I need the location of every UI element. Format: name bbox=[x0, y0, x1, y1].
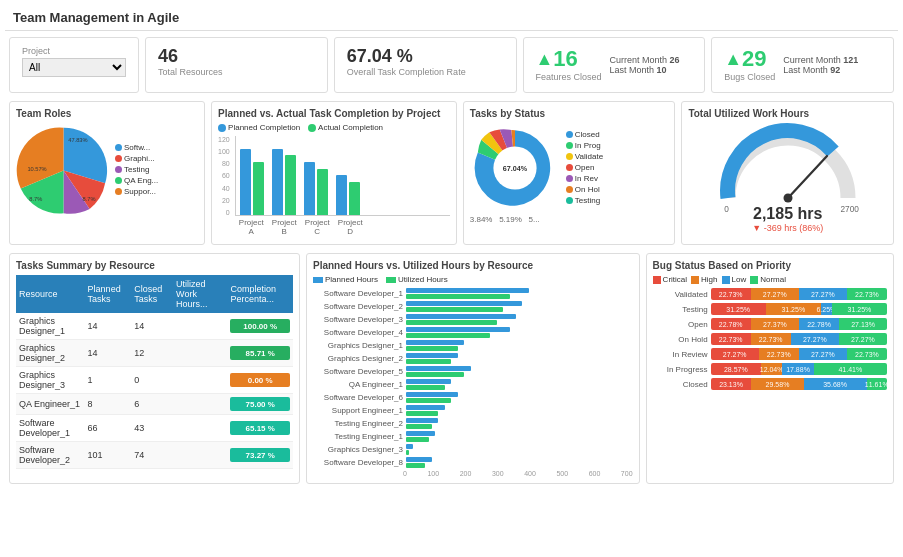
bug-bars-container: Validated 22.73% 27.27% 27.27% 22.73% Te… bbox=[653, 288, 887, 390]
planned-utilized-card: Planned Hours vs. Utilized Hours by Reso… bbox=[306, 253, 640, 484]
features-side-info: Current Month 26 Last Month 10 bbox=[610, 55, 680, 75]
svg-text:8.7%: 8.7% bbox=[29, 196, 42, 202]
table-row: Graphics Designer_2 bbox=[16, 340, 85, 367]
bug-status-card: Bug Status Based on Priority Critical Hi… bbox=[646, 253, 894, 484]
resource-bar-row: Software Developer_4 bbox=[313, 327, 633, 338]
table-row: Software Developer_1 bbox=[16, 415, 85, 442]
project-select[interactable]: All bbox=[22, 58, 126, 77]
bug-status-title: Bug Status Based on Priority bbox=[653, 260, 887, 271]
work-hours-title: Total Utilized Work Hours bbox=[688, 108, 887, 119]
team-roles-legend: Softw... Graphi... Testing QA Eng... Sup… bbox=[115, 143, 158, 198]
bugs-closed-label: Bugs Closed bbox=[724, 72, 775, 82]
bar-group-c bbox=[304, 162, 328, 215]
completion-rate-value: 67.04 % bbox=[347, 46, 504, 67]
col-hours: Utilized Work Hours... bbox=[173, 275, 227, 313]
bar-x-labels: Project A Project B Project C Project D bbox=[235, 216, 450, 238]
svg-text:47.83%: 47.83% bbox=[68, 137, 87, 143]
tasks-status-pct-labels: 3.84% 5.19% 5... bbox=[470, 215, 669, 224]
kpi-row: Project All 46 Total Resources 67.04 % O… bbox=[5, 37, 898, 93]
resource-bar-row: Software Developer_8 bbox=[313, 457, 633, 468]
work-hours-change: ▼ -369 hrs (86%) bbox=[688, 223, 887, 233]
resource-bars-x-labels: 0100200300400500600700 bbox=[313, 470, 633, 477]
resource-bar-row: Software Developer_2 bbox=[313, 301, 633, 312]
svg-text:10.57%: 10.57% bbox=[27, 166, 46, 172]
bar-group-b bbox=[272, 149, 296, 215]
team-roles-pie: 47.83% 10.57% 8.7% 8.7% bbox=[16, 123, 111, 218]
tasks-status-title: Tasks by Status bbox=[470, 108, 669, 119]
team-roles-card: Team Roles bbox=[9, 101, 205, 245]
bugs-side-info: Current Month 121 Last Month 92 bbox=[783, 55, 858, 75]
planned-actual-legend: Planned Completion Actual Completion bbox=[218, 123, 450, 132]
resource-bar-row: Graphics Designer_1 bbox=[313, 340, 633, 351]
tasks-status-card: Tasks by Status bbox=[463, 101, 676, 245]
resource-bar-row: Software Developer_6 bbox=[313, 392, 633, 403]
planned-actual-chart: 120100806040200 bbox=[218, 136, 450, 238]
bug-status-legend: Critical High Low Normal bbox=[653, 275, 887, 284]
col-resource: Resource bbox=[16, 275, 85, 313]
total-resources-card: 46 Total Resources bbox=[145, 37, 328, 93]
hbar-row: Validated 22.73% 27.27% 27.27% 22.73% bbox=[653, 288, 887, 300]
bottom-row: Tasks Summary by Resource Resource Plann… bbox=[5, 253, 898, 484]
total-resources-value: 46 bbox=[158, 46, 315, 67]
page-title: Team Management in Agile bbox=[5, 5, 898, 31]
resource-bars-container: Software Developer_1 Software Developer_… bbox=[313, 288, 633, 468]
bar-group-a bbox=[240, 149, 264, 215]
bugs-arrow-icon: ▲ bbox=[724, 49, 742, 70]
resource-bar-row: Software Developer_1 bbox=[313, 288, 633, 299]
hbar-row: In Review 27.27% 22.73% 27.27% 22.73% bbox=[653, 348, 887, 360]
resource-bar-row: Testing Engineer_2 bbox=[313, 418, 633, 429]
legend-support: Suppor... bbox=[115, 187, 158, 196]
resource-bar-row: Graphics Designer_3 bbox=[313, 444, 633, 455]
team-roles-title: Team Roles bbox=[16, 108, 198, 119]
team-roles-pie-container: 47.83% 10.57% 8.7% 8.7% Softw... Graphi.… bbox=[16, 123, 198, 218]
col-completion: Completion Percenta... bbox=[227, 275, 293, 313]
svg-line-6 bbox=[788, 156, 827, 198]
work-hours-card: Total Utilized Work Hours 0 2700 2,185 h… bbox=[681, 101, 894, 245]
hbar-row: Testing 31.25% 31.25% 6.25% 31.25% bbox=[653, 303, 887, 315]
tasks-status-donut: 67.04% bbox=[470, 123, 560, 213]
tasks-status-donut-container: 67.04% Closed In Prog Validate Open In R… bbox=[470, 123, 669, 213]
svg-text:0: 0 bbox=[724, 205, 729, 214]
resource-bar-row: Testing Engineer_1 bbox=[313, 431, 633, 442]
table-row: Graphics Designer_1 bbox=[16, 313, 85, 340]
gauge-container: 0 2700 2,185 hrs ▼ -369 hrs (86%) bbox=[688, 123, 887, 233]
svg-text:67.04%: 67.04% bbox=[503, 164, 528, 173]
hbar-row: Open 22.78% 27.37% 22.78% 27.13% bbox=[653, 318, 887, 330]
resource-bar-row: Support Engineer_1 bbox=[313, 405, 633, 416]
hbar-row: Closed 23.13% 29.58% 35.68% 11.61% bbox=[653, 378, 887, 390]
legend-software: Softw... bbox=[115, 143, 158, 152]
planned-utilized-legend: Planned Hours Utilized Hours bbox=[313, 275, 633, 284]
page-wrapper: Team Management in Agile Project All 46 … bbox=[0, 0, 903, 557]
features-closed-card: ▲ 16 Features Closed Current Month 26 La… bbox=[523, 37, 706, 93]
svg-point-7 bbox=[783, 194, 792, 203]
table-row: Software Developer_2 bbox=[16, 442, 85, 469]
planned-actual-card: Planned vs. Actual Task Completion by Pr… bbox=[211, 101, 457, 245]
project-filter-card: Project All bbox=[9, 37, 139, 93]
bugs-closed-card: ▲ 29 Bugs Closed Current Month 121 Last … bbox=[711, 37, 894, 93]
legend-qa: QA Eng... bbox=[115, 176, 158, 185]
resource-bar-row: Software Developer_3 bbox=[313, 314, 633, 325]
tasks-summary-table: Resource Planned Tasks Closed Tasks Util… bbox=[16, 275, 293, 469]
hbar-row: On Hold 22.73% 22.73% 27.27% 27.27% bbox=[653, 333, 887, 345]
features-arrow-icon: ▲ bbox=[536, 49, 554, 70]
tasks-summary-title: Tasks Summary by Resource bbox=[16, 260, 293, 271]
total-resources-label: Total Resources bbox=[158, 67, 315, 77]
planned-actual-title: Planned vs. Actual Task Completion by Pr… bbox=[218, 108, 450, 119]
tasks-summary-card: Tasks Summary by Resource Resource Plann… bbox=[9, 253, 300, 484]
features-closed-label: Features Closed bbox=[536, 72, 602, 82]
bar-group-d bbox=[336, 175, 360, 215]
project-label: Project bbox=[22, 46, 126, 56]
legend-testing: Testing bbox=[115, 165, 158, 174]
table-row: QA Engineer_1 bbox=[16, 394, 85, 415]
resource-bar-row: Graphics Designer_2 bbox=[313, 353, 633, 364]
hbar-row: In Progress 28.57% 12.04% 17.88% 41.41% bbox=[653, 363, 887, 375]
bugs-closed-value: 29 bbox=[742, 46, 766, 72]
planned-utilized-title: Planned Hours vs. Utilized Hours by Reso… bbox=[313, 260, 633, 271]
svg-text:8.7%: 8.7% bbox=[83, 196, 96, 202]
tasks-status-legend: Closed In Prog Validate Open In Rev On H… bbox=[566, 130, 603, 207]
svg-text:2700: 2700 bbox=[840, 205, 859, 214]
table-row: Graphics Designer_3 bbox=[16, 367, 85, 394]
completion-rate-label: Overall Task Completion Rate bbox=[347, 67, 504, 77]
col-planned: Planned Tasks bbox=[85, 275, 132, 313]
resource-bar-row: Software Developer_5 bbox=[313, 366, 633, 377]
